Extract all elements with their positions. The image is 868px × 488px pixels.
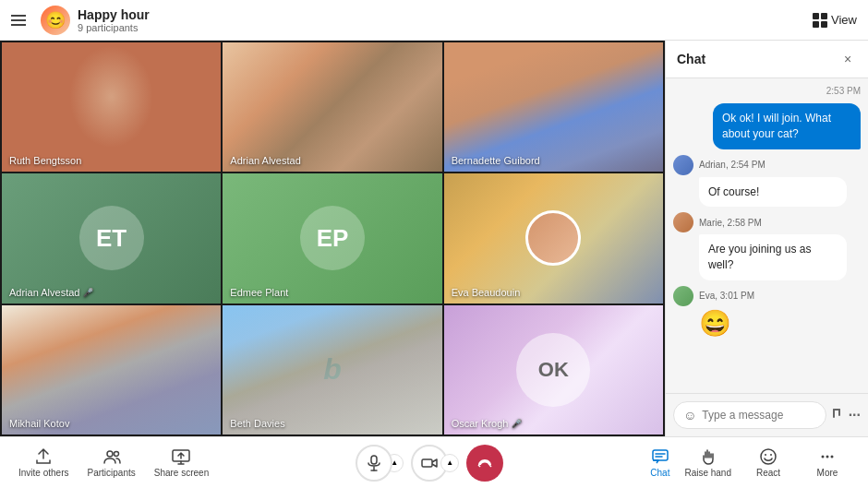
msg-timestamp-out: 2:53 PM — [673, 86, 861, 96]
video-cell-ruth: Ruth Bengtsson — [2, 42, 221, 172]
video-cell-mikhail: Mikhail Kotov — [2, 305, 221, 434]
mic-muted-icon: 🎤 — [83, 288, 93, 297]
chat-input[interactable] — [702, 409, 815, 422]
svg-rect-2 — [11, 24, 26, 26]
msg-group-marie: Marie, 2:58 PM Are you joining us as wel… — [673, 212, 861, 280]
avatar-adrian — [673, 155, 693, 175]
participant-name-et: Adrian Alvestad 🎤 — [9, 287, 93, 298]
participant-name-beth: Beth Davies — [230, 418, 284, 429]
chat-close-button[interactable]: × — [838, 50, 857, 68]
svg-rect-0 — [11, 15, 26, 17]
participant-name-ep: Edmee Plant — [230, 287, 288, 298]
emoji-button[interactable]: ☺ — [683, 408, 696, 423]
ok-circle: OK — [516, 333, 590, 407]
raise-hand-button[interactable]: Raise hand — [684, 447, 731, 478]
msg-bubble-in-marie: Are you joining us as well? — [699, 234, 847, 280]
more-label: More — [817, 468, 838, 478]
end-call-icon — [476, 454, 494, 472]
chat-icon — [651, 447, 669, 466]
more-button[interactable]: More — [805, 447, 850, 478]
svg-line-13 — [478, 465, 480, 467]
toolbar-right: Chat Raise hand React More — [650, 447, 850, 478]
invite-icon — [34, 447, 53, 466]
participant-count: 9 participants — [78, 22, 150, 33]
toolbar-left: Invite others Participants Share screen — [18, 447, 209, 478]
participant-name-ruth: Ruth Bengtsson — [9, 155, 81, 166]
svg-rect-9 — [371, 456, 377, 464]
svg-point-18 — [761, 449, 776, 464]
initials-ep: EP — [300, 206, 365, 270]
main-content: Ruth Bengtsson Adrian Alvestad Bernadett… — [0, 41, 868, 436]
participants-icon — [102, 447, 121, 466]
msg-sender-eva: Eva, 3:01 PM — [699, 291, 754, 301]
chat-button[interactable]: Chat — [650, 447, 669, 478]
svg-point-21 — [822, 456, 825, 458]
invite-others-button[interactable]: Invite others — [18, 447, 68, 478]
avatar-marie — [673, 212, 693, 232]
msg-group-adrian: Adrian, 2:54 PM Of course! — [673, 155, 861, 208]
eva-avatar — [525, 210, 581, 266]
participant-name-group: Adrian Alvestad — [230, 155, 300, 166]
video-cell-beth: b Beth Davies — [223, 305, 441, 434]
view-grid-icon — [813, 13, 827, 28]
participants-button[interactable]: Participants — [87, 447, 135, 478]
svg-rect-1 — [11, 19, 26, 21]
chat-more-button[interactable]: ··· — [849, 407, 861, 423]
mic-group: ▲ — [356, 445, 404, 482]
share-screen-button[interactable]: Share screen — [154, 447, 209, 478]
svg-line-14 — [489, 465, 491, 467]
video-control-icon — [421, 455, 438, 471]
svg-rect-12 — [422, 459, 432, 467]
meeting-title: Happy hour — [78, 7, 150, 22]
video-cell-ep: EP Edmee Plant — [223, 173, 441, 303]
eva-avatar-placeholder — [444, 173, 663, 303]
msg-group-eva: Eva, 3:01 PM 😄 — [673, 286, 861, 339]
hamburger-icon[interactable] — [11, 13, 26, 28]
participant-name-mikhail: Mikhail Kotov — [9, 418, 69, 429]
react-icon — [759, 447, 778, 466]
raise-hand-icon — [699, 447, 717, 466]
video-expand-button[interactable]: ▲ — [440, 454, 459, 472]
initials-placeholder-et: ET — [2, 173, 221, 303]
oscar-mic-icon: 🎤 — [512, 419, 522, 428]
header: 😊 Happy hour 9 participants View — [0, 0, 868, 41]
chat-input-area: ☺ ··· — [666, 393, 868, 436]
msg-sender-row-marie: Marie, 2:58 PM — [673, 212, 861, 232]
view-button[interactable]: View — [813, 13, 857, 28]
video-cell-group: Adrian Alvestad — [223, 42, 441, 172]
msg-bubble-out-1: Ok ok! I will join. What about your cat? — [713, 103, 861, 149]
react-button[interactable]: React — [746, 447, 790, 478]
video-cell-oscar: OK Oscar Krogh 🎤 — [444, 305, 663, 434]
svg-point-7 — [114, 452, 118, 457]
end-call-button[interactable] — [466, 445, 503, 482]
meeting-avatar: 😊 — [41, 6, 70, 35]
msg-sender-marie: Marie, 2:58 PM — [699, 218, 762, 228]
header-left: 😊 Happy hour 9 participants — [11, 6, 813, 35]
svg-rect-15 — [653, 450, 668, 460]
svg-point-20 — [770, 454, 772, 456]
initials-et: ET — [79, 206, 144, 270]
video-cell-eva: Eva Beaudouin — [444, 173, 663, 303]
react-label: React — [756, 468, 780, 478]
more-icon — [818, 447, 837, 466]
msg-sender-row-adrian: Adrian, 2:54 PM — [673, 155, 861, 175]
video-grid: Ruth Bengtsson Adrian Alvestad Bernadett… — [0, 41, 665, 436]
meeting-info: Happy hour 9 participants — [78, 7, 150, 33]
avatar-eva — [673, 286, 693, 306]
invite-label: Invite others — [18, 468, 68, 478]
participant-name-eva: Eva Beaudouin — [452, 287, 521, 298]
participant-name-bernadette: Bernadette Guibord — [452, 155, 540, 166]
chat-header: Chat × — [666, 41, 868, 78]
svg-point-19 — [765, 454, 766, 456]
mic-button[interactable] — [356, 445, 392, 482]
share-screen-icon — [172, 447, 190, 466]
ok-placeholder: OK — [444, 305, 663, 434]
attach-button[interactable] — [830, 407, 845, 424]
toolbar-center: ▲ ▲ — [356, 445, 503, 482]
video-cell-bernadette: Bernadette Guibord — [444, 42, 663, 172]
chat-input-box[interactable]: ☺ — [673, 401, 826, 429]
video-cell-et: ET Adrian Alvestad 🎤 — [2, 173, 221, 303]
participants-label: Participants — [87, 468, 135, 478]
share-screen-label: Share screen — [154, 468, 209, 478]
raise-hand-label: Raise hand — [684, 468, 731, 478]
